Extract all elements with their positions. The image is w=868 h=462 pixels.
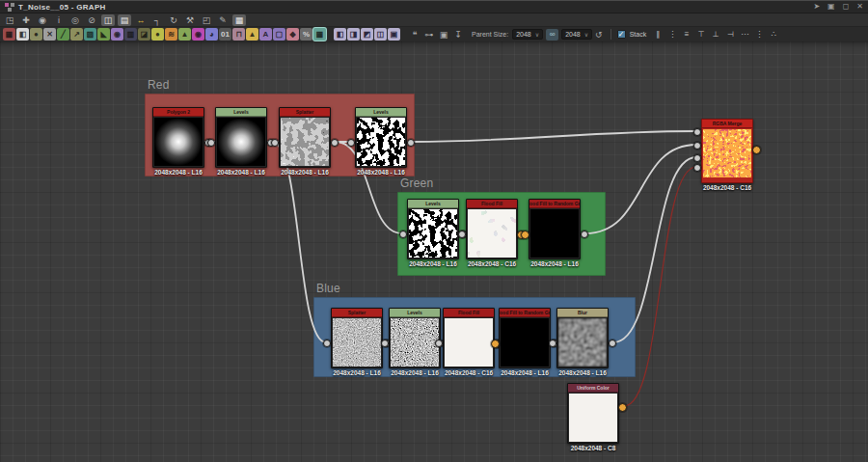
pixel-processor-atom-icon[interactable]: ◉ (192, 28, 204, 41)
node-splatter_r[interactable]: Splatter2048x2048 - L16 (279, 107, 331, 168)
zoom-search-icon[interactable]: ◎ (68, 14, 82, 26)
emboss-atom-icon[interactable]: ◉ (111, 28, 123, 41)
warning-atom-icon[interactable]: ▲ (246, 28, 258, 41)
close-icon[interactable]: ✕ (856, 1, 863, 13)
distance-atom-icon[interactable]: ◣ (97, 28, 110, 41)
align-top-icon[interactable]: ∥ (651, 30, 665, 39)
port-input-0-levels_g[interactable] (399, 231, 407, 238)
port-input-0-levels_b[interactable] (381, 340, 389, 347)
port-input-0-rgba_merge[interactable] (693, 128, 701, 136)
node-floodfill_b[interactable]: Flood Fill2048x2048 - C16 (443, 308, 495, 368)
curve-atom-icon[interactable]: ╱ (57, 28, 69, 41)
shape-atom-icon[interactable]: ▢ (273, 28, 285, 41)
normal-atom-icon[interactable]: ▲ (178, 28, 191, 41)
pin-marker-icon[interactable]: ↧ (451, 30, 465, 40)
gradient-axial-atom-icon[interactable]: ◪ (138, 28, 150, 41)
value-atom-icon[interactable]: 01 (219, 28, 231, 41)
directional-warp-atom-icon[interactable]: ▨ (84, 28, 96, 41)
graph-canvas[interactable]: RedGreenBluePolygon 22048x2048 - L16Leve… (0, 41, 868, 462)
node-blur_b[interactable]: Blur2048x2048 - L16 (556, 308, 609, 368)
unlink-nodes-icon[interactable]: ⊘ (85, 14, 98, 26)
align-bottom-icon[interactable]: ≡ (680, 30, 693, 39)
port-output-0-uniform[interactable] (618, 403, 627, 412)
link-dot-icon[interactable]: ⊶ (422, 30, 436, 40)
gradient-map-atom-icon[interactable]: ◕ (205, 28, 218, 41)
pin-icon[interactable]: ➤ (813, 1, 820, 13)
node-ffrand_g[interactable]: Flood Fill to Random Gr...2048x2048 - L1… (529, 199, 581, 259)
port-input-0-ffrand_g[interactable] (521, 231, 529, 239)
frame-resource-icon[interactable]: ▣ (437, 30, 450, 40)
node-rgba_merge[interactable]: RGBA Merge2048x2048 - C16 (701, 119, 753, 183)
tile-sampler-atom-icon[interactable]: ▦ (313, 28, 326, 41)
port-output-0-blur_b[interactable] (609, 340, 616, 347)
alarm-atom-icon[interactable]: ◆ (286, 28, 299, 41)
text-atom-icon[interactable]: A (259, 28, 272, 41)
backdrop-icon[interactable]: ▣ (388, 28, 400, 41)
snap-together-icon[interactable]: ∴ (767, 30, 780, 39)
link-sizes-icon[interactable]: ∞ (546, 29, 558, 41)
node-polygon2[interactable]: Polygon 22048x2048 - L16 (152, 107, 204, 168)
align-right-icon[interactable]: ⊣ (723, 30, 737, 39)
elbow-links-icon[interactable]: ┐ (150, 14, 164, 26)
add-input-icon[interactable]: ◧ (334, 28, 346, 41)
node-ffrand_b[interactable]: Flood Fill to Random Gr...2048x2048 - L1… (499, 308, 551, 368)
port-output-0-rgba_merge[interactable] (752, 146, 761, 154)
rotate-link-icon[interactable]: ↻ (167, 14, 180, 26)
hsl-atom-icon[interactable]: ● (151, 28, 164, 41)
group-label-red[interactable]: Red (148, 78, 170, 92)
blend-atom-icon[interactable]: ◧ (16, 28, 29, 41)
align-center-icon[interactable]: ⊥ (709, 30, 722, 39)
directional-blur-atom-icon[interactable]: ↗ (70, 28, 83, 41)
port-input-0-ffrand_b[interactable] (491, 340, 500, 348)
wire-levels_r2-to-rgba_merge[interactable] (412, 131, 696, 142)
add-output-icon[interactable]: ◨ (347, 28, 360, 41)
screenshot-camera-icon[interactable]: ◉ (36, 14, 49, 26)
port-output-0-splatter_r[interactable] (331, 139, 339, 147)
graph-view-icon[interactable]: ◫ (101, 14, 115, 26)
fx-map-atom-icon[interactable]: ⊓ (232, 28, 245, 41)
grid-snap-icon[interactable]: ▦ (232, 14, 246, 26)
group-label-green[interactable]: Green (400, 177, 433, 190)
node-splatter_b[interactable]: Splatter2048x2048 - L16 (331, 308, 383, 368)
channel-shuffle-atom-icon[interactable]: ✕ (43, 28, 56, 41)
port-output-0-levels_r2[interactable] (407, 139, 415, 147)
port-input-0-blur_b[interactable] (549, 340, 556, 347)
pan-view-icon[interactable]: ✚ (19, 14, 33, 26)
node-floodfill_g[interactable]: Flood Fill2048x2048 - C16 (466, 199, 518, 259)
port-input-2-rgba_merge[interactable] (693, 154, 701, 162)
port-input-0-splatter_r[interactable] (271, 139, 279, 147)
port-input-3-rgba_merge[interactable] (693, 164, 701, 172)
distribute-vertical-icon[interactable]: ⋮ (752, 30, 766, 39)
port-output-0-ffrand_g[interactable] (581, 231, 588, 238)
port-input-0-levels_r2[interactable] (347, 139, 355, 147)
levels-atom-icon[interactable]: ≋ (165, 28, 177, 41)
comment-icon[interactable]: ❝ (408, 30, 421, 40)
node-levels_r[interactable]: Levels2048x2048 - L16 (215, 107, 267, 168)
node-levels_r2[interactable]: Levels2048x2048 - L16 (355, 107, 407, 168)
paint-tool-icon[interactable]: ✎ (216, 14, 230, 26)
distribute-horizontal-icon[interactable]: ⋯ (738, 30, 751, 39)
export-view-icon[interactable]: ◰ (200, 14, 213, 26)
align-middle-icon[interactable]: ⋮ (665, 30, 679, 39)
port-input-0-floodfill_g[interactable] (458, 231, 466, 238)
parent-size-x-dropdown[interactable]: 2048∨ (512, 29, 543, 40)
gradient-linear-atom-icon[interactable]: ▥ (124, 28, 137, 41)
node-levels_g[interactable]: Levels2048x2048 - L16 (407, 199, 459, 259)
thumbnails-view-icon[interactable]: ▤ (118, 14, 131, 26)
maximize-icon[interactable]: ◻ (843, 1, 850, 13)
blur-atom-icon[interactable]: ● (30, 28, 42, 41)
port-input-1-rgba_merge[interactable] (693, 142, 701, 149)
port-input-0-levels_r[interactable] (207, 139, 215, 147)
node-info-icon[interactable]: i (52, 14, 66, 26)
stack-checkbox[interactable]: ✓ (617, 30, 626, 39)
reset-size-icon[interactable]: ↺ (595, 30, 603, 40)
group-label-blue[interactable]: Blue (316, 282, 340, 295)
instance-node-icon[interactable]: ◫ (374, 28, 387, 41)
float-window-icon[interactable]: ▣ (827, 1, 835, 13)
node-uniform[interactable]: Uniform Color2048x2048 - C8 (567, 383, 619, 444)
frame-all-icon[interactable]: ◳ (3, 14, 16, 26)
bitmap-atom-icon[interactable]: ▦ (3, 28, 15, 41)
align-left-icon[interactable]: ⊤ (694, 30, 708, 39)
percent-atom-icon[interactable]: % (300, 28, 312, 41)
repair-tool-icon[interactable]: ⚒ (183, 14, 197, 26)
